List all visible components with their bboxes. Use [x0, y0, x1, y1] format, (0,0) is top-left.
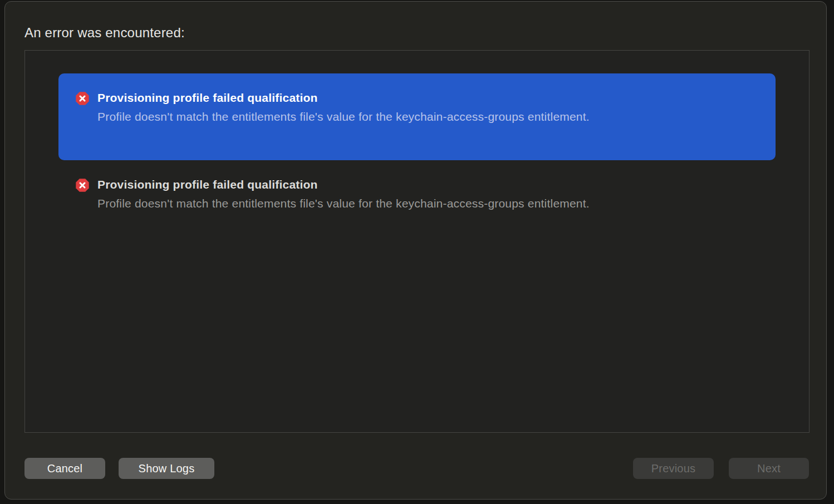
next-button[interactable]: Next: [729, 458, 809, 479]
show-logs-button[interactable]: Show Logs: [119, 458, 214, 479]
screenshot-stage: An error was encountered: Provisioning p…: [0, 0, 834, 504]
cancel-button[interactable]: Cancel: [24, 458, 105, 479]
error-list-item-selected[interactable]: Provisioning profile failed qualificatio…: [58, 73, 776, 160]
error-list-panel: Provisioning profile failed qualificatio…: [24, 50, 810, 433]
error-octagon-x-icon: [75, 91, 90, 106]
error-text-block: Provisioning profile failed qualificatio…: [97, 91, 590, 125]
error-octagon-x-icon: [75, 178, 90, 192]
error-message: Profile doesn't match the entitlements f…: [97, 108, 590, 125]
error-text-block: Provisioning profile failed qualificatio…: [97, 177, 590, 212]
error-message: Profile doesn't match the entitlements f…: [97, 195, 590, 212]
error-title: Provisioning profile failed qualificatio…: [97, 91, 590, 105]
error-title: Provisioning profile failed qualificatio…: [97, 177, 590, 192]
previous-button[interactable]: Previous: [633, 458, 714, 479]
error-list-item[interactable]: Provisioning profile failed qualificatio…: [58, 160, 776, 247]
dialog-title: An error was encountered:: [24, 25, 185, 41]
